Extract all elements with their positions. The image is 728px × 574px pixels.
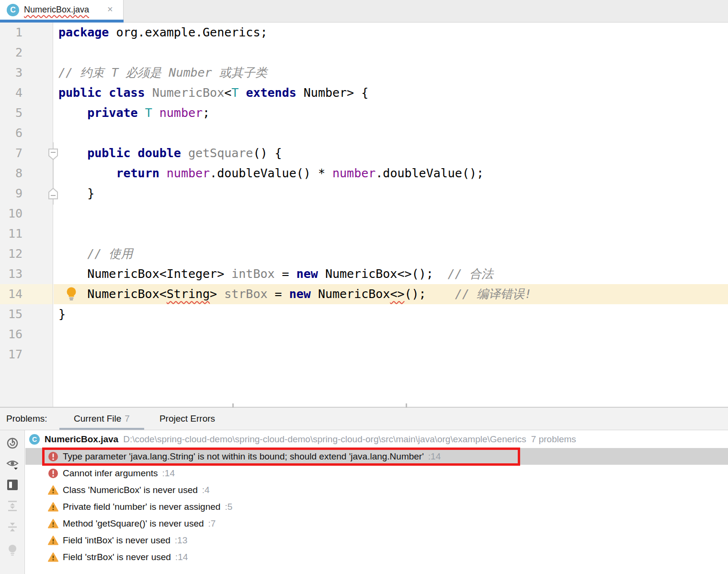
tab-close-icon[interactable]: × [107, 0, 113, 18]
fold-region-markers[interactable] [47, 142, 59, 205]
problem-file-path: D:\code\spring-cloud-demo\spring-cloud-d… [123, 434, 526, 445]
problem-line-number: :14 [175, 552, 188, 563]
tab-current-file[interactable]: Current File7 [59, 408, 144, 430]
code-line-12[interactable]: // 使用 [54, 244, 728, 264]
code-pane: package org.example.Generics;// 约束 T 必须是… [54, 23, 728, 407]
problem-line-number: :14 [428, 451, 441, 462]
line-number-15: 15 [0, 304, 53, 324]
line-number-11: 11 [0, 224, 53, 244]
editor-gutter: 1234567891011121314151617 [0, 23, 53, 407]
warning-icon [48, 502, 58, 512]
problem-line-number: :4 [202, 485, 210, 495]
line-number-16: 16 [0, 324, 53, 344]
problems-label: Problems: [6, 408, 47, 430]
problem-row[interactable]: Method 'getSquare()' is never used:7 [25, 515, 728, 532]
code-line-15[interactable]: } [54, 304, 728, 324]
problem-text: Field 'intBox' is never used [63, 535, 171, 546]
code-line-3[interactable]: // 约束 T 必须是 Number 或其子类 [54, 63, 728, 83]
code-line-13[interactable]: NumericBox<Integer> intBox = new Numeric… [54, 264, 728, 284]
code-line-8[interactable]: return number.doubleValue() * number.dou… [54, 163, 728, 184]
line-number-5: 5 [0, 103, 53, 123]
collapse-all-icon[interactable] [6, 521, 19, 533]
error-icon [48, 468, 58, 479]
problem-text: Type parameter 'java.lang.String' is not… [63, 451, 424, 462]
power-circle-icon[interactable] [6, 437, 19, 449]
problem-row[interactable]: Field 'strBox' is never used:14 [25, 549, 728, 565]
editor-tab-bar: C NumericBox.java × [0, 0, 728, 23]
code-line-7[interactable]: public double getSquare() { [54, 143, 728, 163]
tab-numericbox-java[interactable]: C NumericBox.java × [0, 0, 124, 20]
expand-all-icon[interactable] [6, 500, 19, 512]
line-number-13: 13 [0, 264, 53, 284]
warning-icon [48, 552, 58, 563]
code-line-1[interactable]: package org.example.Generics; [54, 23, 728, 43]
line-number-12: 12 [0, 244, 53, 264]
problems-panel: Problems: Current File7 Project Errors [0, 408, 728, 574]
code-line-4[interactable]: public class NumericBox<T extends Number… [54, 83, 728, 103]
code-line-14[interactable]: NumericBox<String> strBox = new NumericB… [54, 284, 728, 304]
quickfix-bulb-disabled-icon[interactable] [6, 544, 19, 556]
line-number-4: 4 [0, 83, 53, 103]
line-number-6: 6 [0, 123, 53, 143]
error-icon [48, 451, 58, 462]
line-number-14: 14 [0, 284, 53, 304]
problem-row[interactable]: Field 'intBox' is never used:13 [25, 532, 728, 549]
line-number-17: 17 [0, 344, 53, 365]
ide-window: C NumericBox.java × 12345678910111213141… [0, 0, 728, 574]
problems-toolbar [0, 430, 25, 574]
line-number-3: 3 [0, 63, 53, 83]
warning-icon [48, 485, 58, 495]
tab-current-file-label: Current File [74, 413, 121, 424]
code-line-5[interactable]: private T number; [54, 103, 728, 123]
problems-header: Problems: Current File7 Project Errors [0, 408, 728, 430]
problem-text: Method 'getSquare()' is never used [63, 518, 204, 529]
active-problems-tab-indicator [59, 428, 144, 430]
preview-eye-icon[interactable] [6, 458, 19, 470]
problem-line-number: :13 [175, 535, 187, 546]
line-number-1: 1 [0, 23, 53, 43]
code-editor[interactable]: 1234567891011121314151617 package org.ex… [0, 23, 728, 407]
problem-file-row[interactable]: C NumericBox.java D:\code\spring-cloud-d… [25, 431, 728, 447]
problem-text: Cannot infer arguments [63, 468, 158, 479]
class-icon: C [29, 434, 40, 445]
problem-row[interactable]: Type parameter 'java.lang.String' is not… [25, 448, 728, 465]
problem-row[interactable]: Private field 'number' is never assigned… [25, 498, 728, 515]
line-number-2: 2 [0, 43, 53, 63]
splitter-tick [232, 403, 234, 408]
problem-text: Field 'strBox' is never used [63, 552, 171, 563]
tab-project-errors[interactable]: Project Errors [149, 408, 225, 430]
line-number-10: 10 [0, 204, 53, 224]
problem-line-number: :14 [162, 468, 175, 479]
problem-row[interactable]: Cannot infer arguments:14 [25, 465, 728, 482]
code-line-9[interactable]: } [54, 184, 728, 204]
warning-icon [48, 518, 58, 529]
problem-row[interactable]: Class 'NumericBox' is never used:4 [25, 482, 728, 498]
tab-project-errors-label: Project Errors [159, 413, 215, 424]
problem-line-number: :7 [208, 518, 216, 529]
problem-count-badge: 7 problems [531, 434, 576, 445]
problem-line-number: :5 [225, 502, 232, 512]
warning-icon [48, 535, 58, 546]
line-number-9: 9 [0, 184, 53, 204]
tab-current-file-count: 7 [125, 413, 130, 424]
problems-tree: C NumericBox.java D:\code\spring-cloud-d… [25, 430, 728, 574]
problem-file-name: NumericBox.java [45, 434, 118, 445]
line-number-7: 7 [0, 143, 53, 163]
layout-panel-icon[interactable] [6, 479, 19, 491]
line-number-8: 8 [0, 163, 53, 184]
splitter-tick [406, 403, 407, 408]
class-icon: C [7, 4, 19, 16]
tab-title: NumericBox.java [24, 0, 89, 19]
fold-collapse-up-icon [49, 188, 57, 199]
problem-text: Class 'NumericBox' is never used [63, 485, 198, 495]
quickfix-bulb-icon[interactable] [65, 287, 78, 302]
fold-collapse-down-icon [49, 149, 57, 160]
problem-text: Private field 'number' is never assigned [63, 502, 220, 512]
